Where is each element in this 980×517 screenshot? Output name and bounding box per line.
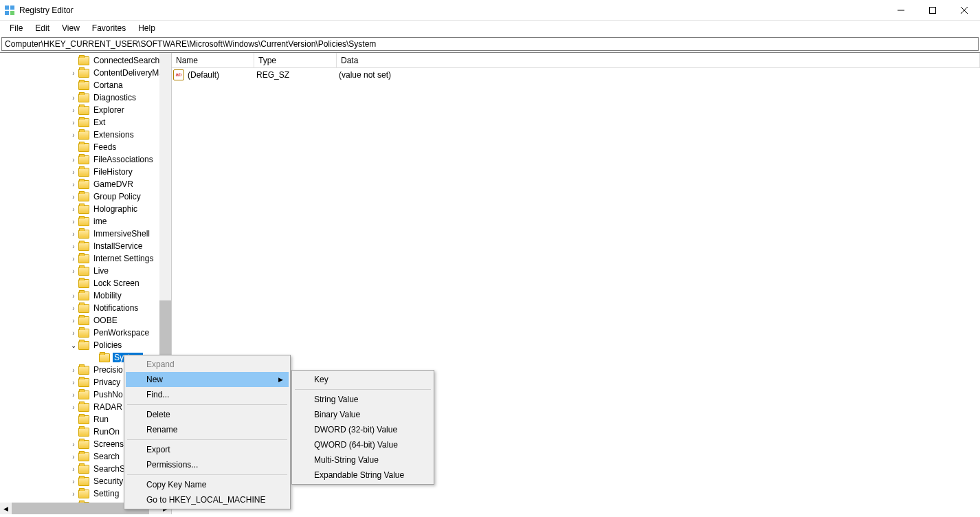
menu-favorites[interactable]: Favorites	[87, 22, 131, 34]
chevron-right-icon[interactable]: ›	[69, 156, 78, 164]
tree-item[interactable]: ›OOBE	[0, 314, 171, 327]
col-name[interactable]: Name	[172, 53, 254, 68]
tree-item[interactable]: ›Mobility	[0, 289, 171, 302]
chevron-right-icon[interactable]: ›	[69, 218, 78, 226]
menu-item-export[interactable]: Export	[126, 442, 289, 457]
col-data[interactable]: Data	[337, 53, 980, 68]
menu-item-permissions[interactable]: Permissions...	[126, 457, 289, 472]
chevron-right-icon[interactable]: ›	[69, 267, 78, 275]
chevron-down-icon[interactable]: ⌄	[69, 342, 78, 349]
value-type: REG_SZ	[254, 70, 336, 80]
chevron-right-icon[interactable]: ›	[69, 181, 78, 188]
tree-item[interactable]: ›InstallService	[0, 240, 171, 252]
folder-icon	[99, 353, 110, 362]
chevron-right-icon[interactable]: ›	[69, 168, 78, 176]
chevron-right-icon[interactable]: ›	[69, 391, 78, 399]
menu-item-go-to-hkey-local-machine[interactable]: Go to HKEY_LOCAL_MACHINE	[126, 492, 289, 507]
scroll-left-button[interactable]: ◀	[0, 503, 12, 514]
menu-view[interactable]: View	[56, 22, 85, 34]
folder-icon	[78, 155, 89, 164]
tree-item[interactable]: ›GameDVR	[0, 178, 171, 190]
tree-label: Ext	[92, 118, 107, 127]
chevron-right-icon[interactable]: ›	[69, 94, 78, 102]
svg-rect-1	[10, 6, 14, 10]
folder-icon	[78, 242, 89, 251]
string-value-icon: ab	[173, 69, 184, 80]
tree-item[interactable]: ⌄Policies	[0, 339, 171, 351]
chevron-right-icon[interactable]: ›	[69, 206, 78, 213]
chevron-right-icon[interactable]: ›	[69, 465, 78, 473]
menu-edit[interactable]: Edit	[30, 22, 55, 34]
chevron-right-icon[interactable]: ›	[69, 441, 78, 448]
tree-item[interactable]: ›ImmersiveShell	[0, 228, 171, 240]
menu-item-new[interactable]: New▶	[126, 372, 289, 387]
menu-item-key[interactable]: Key	[293, 372, 432, 387]
chevron-right-icon[interactable]: ›	[69, 243, 78, 250]
folder-icon	[78, 81, 89, 90]
col-type[interactable]: Type	[254, 53, 337, 68]
maximize-button[interactable]	[917, 0, 948, 21]
separator	[295, 389, 431, 390]
menu-help[interactable]: Help	[133, 22, 161, 34]
tree-label: Diagnostics	[92, 93, 137, 102]
folder-icon	[78, 390, 89, 399]
tree-item[interactable]: ›Notifications	[0, 302, 171, 314]
tree-item[interactable]: Lock Screen	[0, 277, 171, 289]
tree-item[interactable]: ConnectedSearch	[0, 54, 171, 67]
tree-item[interactable]: ›Explorer	[0, 104, 171, 116]
table-row[interactable]: ab(Default)REG_SZ(value not set)	[172, 68, 980, 82]
tree-item[interactable]: Cortana	[0, 79, 171, 91]
tree-item[interactable]: ›Holographic	[0, 203, 171, 215]
menu-item-binary-value[interactable]: Binary Value	[293, 407, 432, 422]
chevron-right-icon[interactable]: ›	[69, 478, 78, 485]
menu-item-qword-64-bit-value[interactable]: QWORD (64-bit) Value	[293, 437, 432, 452]
tree-item[interactable]: ›Live	[0, 265, 171, 277]
tree-item[interactable]: ›Internet Settings	[0, 252, 171, 265]
chevron-right-icon[interactable]: ›	[69, 453, 78, 461]
close-button[interactable]	[948, 0, 980, 21]
chevron-right-icon[interactable]: ›	[69, 490, 78, 498]
chevron-right-icon[interactable]: ›	[69, 305, 78, 312]
menu-file[interactable]: File	[4, 22, 28, 34]
chevron-right-icon[interactable]: ›	[69, 329, 78, 337]
chevron-right-icon[interactable]: ›	[69, 69, 78, 77]
tree-item[interactable]: ›FileHistory	[0, 166, 171, 178]
folder-icon	[78, 192, 89, 201]
tree-item[interactable]: ›Group Policy	[0, 190, 171, 203]
menu-item-multi-string-value[interactable]: Multi-String Value	[293, 452, 432, 468]
chevron-right-icon[interactable]: ›	[69, 317, 78, 324]
tree-item[interactable]: Feeds	[0, 141, 171, 153]
tree-label: Group Policy	[92, 192, 142, 201]
address-bar[interactable]: Computer\HKEY_CURRENT_USER\SOFTWARE\Micr…	[1, 37, 979, 51]
menu-item-find[interactable]: Find...	[126, 387, 289, 402]
tree-label: Live	[92, 266, 110, 276]
chevron-right-icon[interactable]: ›	[69, 292, 78, 300]
chevron-right-icon[interactable]: ›	[69, 379, 78, 386]
tree-item[interactable]: ›Extensions	[0, 129, 171, 141]
menu-item-dword-32-bit-value[interactable]: DWORD (32-bit) Value	[293, 422, 432, 437]
menu-item-expandable-string-value[interactable]: Expandable String Value	[293, 468, 432, 483]
chevron-right-icon[interactable]: ›	[69, 230, 78, 238]
tree-label: Screens	[92, 439, 125, 449]
tree-label: ContentDeliveryMa	[92, 68, 165, 78]
menu-item-delete[interactable]: Delete	[126, 407, 289, 422]
tree-item[interactable]: ›FileAssociations	[0, 153, 171, 166]
chevron-right-icon[interactable]: ›	[69, 119, 78, 126]
tree-label: InstallService	[92, 241, 144, 251]
tree-label: Security	[92, 476, 124, 486]
chevron-right-icon[interactable]: ›	[69, 131, 78, 139]
chevron-right-icon[interactable]: ›	[69, 404, 78, 411]
tree-item[interactable]: ›Diagnostics	[0, 91, 171, 104]
tree-item[interactable]: ›Ext	[0, 116, 171, 129]
chevron-right-icon[interactable]: ›	[69, 107, 78, 114]
chevron-right-icon[interactable]: ›	[69, 366, 78, 374]
chevron-right-icon[interactable]: ›	[69, 193, 78, 201]
tree-item[interactable]: ›ContentDeliveryMa	[0, 67, 171, 79]
minimize-button[interactable]	[885, 0, 917, 21]
menu-item-copy-key-name[interactable]: Copy Key Name	[126, 477, 289, 492]
tree-item[interactable]: ›ime	[0, 215, 171, 228]
menu-item-rename[interactable]: Rename	[126, 422, 289, 437]
tree-item[interactable]: ›PenWorkspace	[0, 327, 171, 339]
menu-item-string-value[interactable]: String Value	[293, 392, 432, 407]
chevron-right-icon[interactable]: ›	[69, 255, 78, 263]
